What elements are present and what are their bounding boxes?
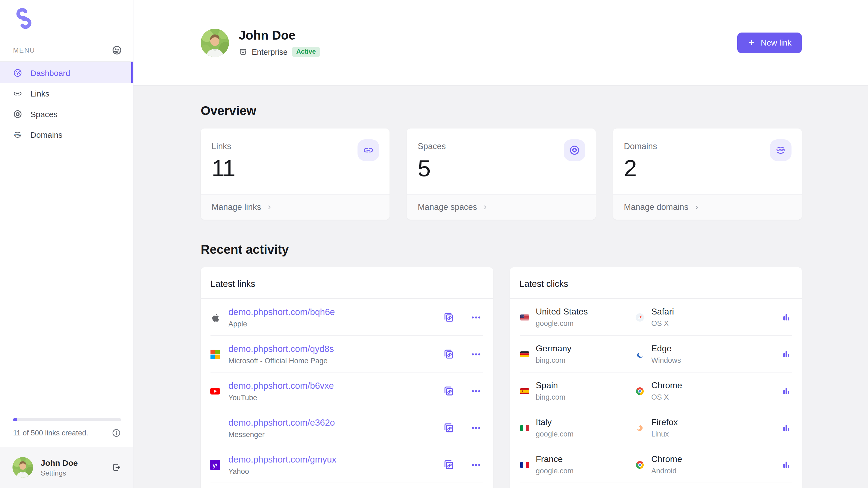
manage-links-link[interactable]: Manage links <box>201 194 390 220</box>
links-usage-text: 11 of 500 links created. <box>13 429 88 437</box>
sidebar-nav: Dashboard Links Spaces Domains <box>0 62 133 145</box>
click-row: Germany bing.com Edge Windows <box>510 336 802 372</box>
link-row: demo.phpshort.com/gmyux Yahoo <box>201 446 493 483</box>
click-country: Spain <box>536 381 565 390</box>
card-label: Links <box>212 141 379 151</box>
sidebar-item-dashboard[interactable]: Dashboard <box>0 62 133 83</box>
link-title: Yahoo <box>228 467 336 475</box>
bar-chart-icon[interactable] <box>782 312 791 322</box>
edge-icon <box>635 350 644 359</box>
safari-icon <box>635 313 644 322</box>
user-name: John Doe <box>41 458 78 467</box>
menu-header: MENU <box>0 45 133 55</box>
click-row: Spain bing.com Chrome OS X <box>510 372 802 410</box>
short-link[interactable]: demo.phpshort.com/gmyux <box>228 454 336 464</box>
logout-icon[interactable] <box>112 462 122 472</box>
manage-domains-link[interactable]: Manage domains <box>613 194 802 220</box>
short-link[interactable]: demo.phpshort.com/qyd8s <box>228 344 334 354</box>
main-area: John Doe Enterprise Active New link Over… <box>133 0 868 488</box>
card-label: Domains <box>624 141 791 151</box>
click-referrer: bing.com <box>536 393 565 401</box>
more-menu-icon[interactable] <box>471 312 481 322</box>
click-os: Windows <box>651 356 681 364</box>
app: MENU Dashboard Links Spaces Domains <box>0 0 868 488</box>
click-country: Italy <box>536 418 574 427</box>
user-avatar <box>12 457 33 478</box>
sidebar: MENU Dashboard Links Spaces Domains <box>0 0 133 488</box>
click-referrer: bing.com <box>536 356 571 364</box>
short-link[interactable]: demo.phpshort.com/bqh6e <box>228 306 335 317</box>
bar-chart-icon[interactable] <box>782 423 791 433</box>
card-label: Spaces <box>418 141 585 151</box>
plan-status-badge: Active <box>292 46 320 57</box>
more-menu-icon[interactable] <box>471 459 481 470</box>
manage-spaces-link[interactable]: Manage spaces <box>407 194 596 220</box>
click-row: Italy google.com Firefox Linux <box>510 410 802 446</box>
more-menu-icon[interactable] <box>471 423 481 433</box>
topbar: John Doe Enterprise Active New link <box>133 0 868 86</box>
theme-mask-icon[interactable] <box>112 45 122 55</box>
apple-favicon <box>210 312 220 322</box>
click-browser: Edge <box>651 344 681 354</box>
youtube-favicon <box>210 386 220 396</box>
copy-link-icon[interactable] <box>442 348 454 360</box>
click-os: OS X <box>651 393 682 401</box>
new-link-button[interactable]: New link <box>738 32 802 53</box>
sidebar-item-domains[interactable]: Domains <box>0 124 133 145</box>
click-os: Android <box>651 467 682 475</box>
link-row: demo.phpshort.com/bqh6e Apple <box>201 299 493 336</box>
copy-link-icon[interactable] <box>442 459 454 470</box>
more-menu-icon[interactable] <box>471 349 481 359</box>
france-flag-icon <box>520 462 529 468</box>
italy-flag-icon <box>520 425 529 431</box>
info-icon[interactable] <box>112 428 121 437</box>
link-title: YouTube <box>228 393 334 401</box>
overview-cards: Links 11 Manage links Spaces 5 <box>201 129 802 220</box>
copy-link-icon[interactable] <box>442 422 454 434</box>
dashboard-gauge-icon <box>13 68 22 77</box>
click-browser: Chrome <box>651 381 682 390</box>
click-referrer: google.com <box>536 319 588 327</box>
card-action-label: Manage domains <box>624 202 688 212</box>
overview-title: Overview <box>201 104 802 118</box>
activity-panels: Latest links demo.phpshort.com/bqh6e App… <box>201 267 802 488</box>
messenger-favicon <box>210 423 220 433</box>
sidebar-item-label: Links <box>30 89 50 98</box>
links-usage-progress <box>13 418 121 421</box>
click-row: France google.com Chrome Android <box>510 446 802 483</box>
spain-flag-icon <box>520 388 529 394</box>
copy-link-icon[interactable] <box>442 311 454 323</box>
sidebar-item-links[interactable]: Links <box>0 83 133 104</box>
short-link[interactable]: demo.phpshort.com/e362o <box>228 417 335 427</box>
archive-box-icon <box>239 47 247 56</box>
target-icon <box>13 109 22 119</box>
link-row: demo.phpshort.com/qyd8s Microsoft - Offi… <box>201 336 493 372</box>
short-link[interactable]: demo.phpshort.com/b6vxe <box>228 380 334 391</box>
more-menu-icon[interactable] <box>471 386 481 396</box>
sidebar-item-label: Spaces <box>30 109 58 119</box>
bar-chart-icon[interactable] <box>782 460 791 469</box>
user-settings-link[interactable]: Settings <box>41 469 78 477</box>
click-browser: Chrome <box>651 454 682 464</box>
click-browser: Safari <box>651 307 674 317</box>
sidebar-item-label: Dashboard <box>30 68 70 77</box>
bar-chart-icon[interactable] <box>782 386 791 396</box>
link-title: Microsoft - Official Home Page <box>228 357 334 365</box>
links-card: Links 11 Manage links <box>201 129 390 220</box>
chevron-right-icon <box>483 204 489 210</box>
click-row: United States google.com Safari OS X <box>510 299 802 336</box>
click-referrer: google.com <box>536 430 574 438</box>
sidebar-user[interactable]: John Doe Settings <box>0 447 133 488</box>
www-globe-icon <box>13 130 22 139</box>
app-logo-icon[interactable] <box>12 7 133 30</box>
click-os: OS X <box>651 319 674 327</box>
copy-link-icon[interactable] <box>442 385 454 397</box>
sidebar-item-label: Domains <box>30 130 62 139</box>
card-action-label: Manage links <box>212 202 261 212</box>
bar-chart-icon[interactable] <box>782 349 791 359</box>
panel-title: Latest links <box>201 267 493 299</box>
chevron-right-icon <box>267 204 273 210</box>
sidebar-item-spaces[interactable]: Spaces <box>0 104 133 124</box>
profile-avatar <box>201 29 229 57</box>
panel-title: Latest clicks <box>510 267 802 299</box>
